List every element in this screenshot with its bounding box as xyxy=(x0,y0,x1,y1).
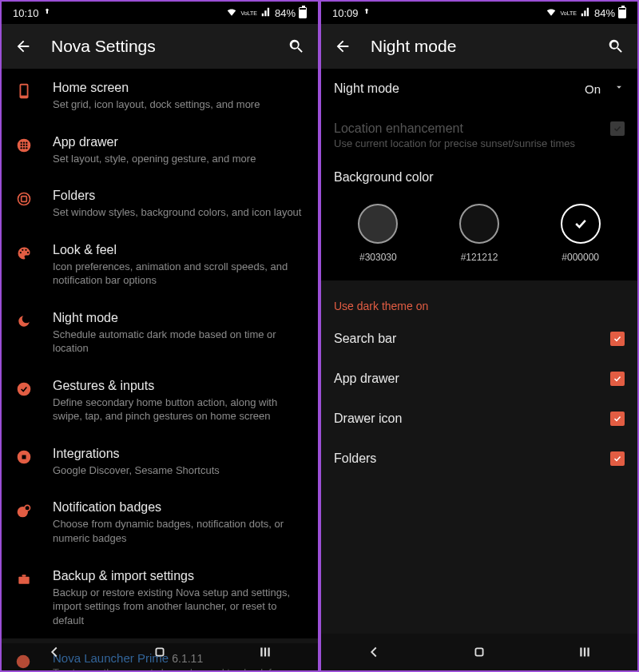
battery-pct: 84% xyxy=(594,7,615,19)
signal-icon xyxy=(580,6,591,20)
svg-point-15 xyxy=(22,249,23,250)
pref-background-color: Background color xyxy=(321,162,637,197)
svg-point-4 xyxy=(23,141,25,143)
volte-icon: VoLTE xyxy=(240,10,257,16)
pref-integrations[interactable]: Integrations Google Discover, Sesame Sho… xyxy=(2,435,318,489)
pref-night-mode[interactable]: Night mode Schedule automatic dark mode … xyxy=(2,299,318,367)
back-button[interactable] xyxy=(14,38,32,55)
battery-icon xyxy=(299,7,307,18)
svg-point-16 xyxy=(25,249,26,250)
pref-look-and-feel[interactable]: Look & feel Icon preferences, animation … xyxy=(2,231,318,299)
checkbox-checked[interactable] xyxy=(610,372,625,386)
toggle-drawer-icon[interactable]: Drawer icon xyxy=(321,399,637,439)
search-button[interactable] xyxy=(288,38,305,55)
pref-title: Look & feel xyxy=(53,242,305,258)
nav-home[interactable] xyxy=(470,643,488,661)
gestures-icon xyxy=(14,380,34,399)
screen-night-mode: 10:09 VoLTE 84% Night mode xyxy=(321,2,637,670)
svg-point-21 xyxy=(25,506,30,511)
status-time: 10:09 xyxy=(332,7,359,19)
back-button[interactable] xyxy=(334,38,351,55)
svg-point-14 xyxy=(20,252,22,253)
wifi-icon xyxy=(226,6,237,20)
pref-sub: Google Discover, Sesame Shortcuts xyxy=(53,463,305,478)
moon-icon xyxy=(14,312,34,331)
svg-point-7 xyxy=(23,144,25,145)
svg-point-18 xyxy=(18,382,31,396)
pref-label: Location enhancement xyxy=(334,121,601,136)
nav-bar xyxy=(2,634,318,670)
svg-point-6 xyxy=(21,144,22,145)
pref-sub: Set layout, style, opening gesture, and … xyxy=(53,152,305,166)
battery-icon xyxy=(618,7,626,18)
status-bar: 10:09 VoLTE 84% xyxy=(321,2,637,24)
toggle-label: App drawer xyxy=(334,372,601,386)
appbar: Night mode xyxy=(321,24,637,69)
pref-title: Backup & import settings xyxy=(53,568,305,584)
pref-title: App drawer xyxy=(53,134,305,150)
signal-icon xyxy=(260,6,272,20)
appbar-title: Night mode xyxy=(371,37,588,56)
nav-back[interactable] xyxy=(365,643,383,661)
pref-sub: Use current location for precise sunset/… xyxy=(334,137,601,149)
svg-point-17 xyxy=(27,252,29,253)
pref-sub: Set grid, icon layout, dock settings, an… xyxy=(53,97,305,112)
svg-point-11 xyxy=(26,147,27,149)
pref-title: Notification badges xyxy=(53,499,305,515)
nav-back[interactable] xyxy=(46,643,63,661)
app-drawer-icon xyxy=(14,136,34,155)
color-hex: #000000 xyxy=(562,252,599,263)
pref-app-drawer[interactable]: App drawer Set layout, style, opening ge… xyxy=(2,123,318,177)
svg-rect-26 xyxy=(475,648,482,655)
pref-notification-badges[interactable]: Notification badges Choose from dynamic … xyxy=(2,488,318,556)
pref-night-mode-toggle[interactable]: Night mode On xyxy=(321,69,637,109)
toggle-folders[interactable]: Folders xyxy=(321,439,637,479)
color-option-121212[interactable]: #121212 xyxy=(459,204,499,263)
checkbox-checked[interactable] xyxy=(610,332,625,346)
pref-sub: Schedule automatic dark mode based on ti… xyxy=(53,328,305,356)
svg-point-3 xyxy=(21,141,22,143)
battery-pct: 84% xyxy=(275,7,296,19)
toggle-app-drawer[interactable]: App drawer xyxy=(321,359,637,399)
svg-rect-22 xyxy=(18,576,29,583)
pref-location-enhancement: Location enhancement Use current locatio… xyxy=(321,109,637,162)
appbar-title: Nova Settings xyxy=(51,37,268,56)
toggle-search-bar[interactable]: Search bar xyxy=(321,319,637,359)
svg-rect-13 xyxy=(22,197,27,202)
pref-sub: Set window styles, background colors, an… xyxy=(53,205,305,220)
search-button[interactable] xyxy=(607,38,625,55)
svg-point-12 xyxy=(18,193,30,205)
color-option-303030[interactable]: #303030 xyxy=(358,204,398,263)
pref-title: Integrations xyxy=(53,446,305,462)
pref-home-screen[interactable]: Home screen Set grid, icon layout, dock … xyxy=(2,69,318,123)
toggle-label: Search bar xyxy=(334,332,601,346)
palette-icon xyxy=(14,244,34,263)
upload-icon xyxy=(42,7,52,19)
color-option-000000[interactable]: #000000 xyxy=(561,204,601,263)
pref-title: Gestures & inputs xyxy=(53,378,305,394)
pref-backup[interactable]: Backup & import settings Backup or resto… xyxy=(2,557,318,639)
volte-icon: VoLTE xyxy=(560,10,577,16)
appbar: Nova Settings xyxy=(2,24,318,69)
puzzle-icon xyxy=(14,447,34,467)
checkbox-checked[interactable] xyxy=(610,412,625,426)
checkbox-checked[interactable] xyxy=(610,451,625,466)
toggle-label: Drawer icon xyxy=(334,412,601,426)
nav-recent[interactable] xyxy=(576,643,593,661)
pref-title: Night mode xyxy=(53,310,305,326)
pref-value: On xyxy=(585,82,601,96)
pref-title: Folders xyxy=(53,188,305,204)
pref-folders[interactable]: Folders Set window styles, background co… xyxy=(2,177,318,231)
status-bar: 10:10 VoLTE 84% xyxy=(2,2,318,24)
pref-sub: Backup or restore existing Nova setup an… xyxy=(53,586,305,628)
status-time: 10:10 xyxy=(13,7,39,19)
checkbox xyxy=(610,121,625,136)
pref-title: Home screen xyxy=(53,80,305,96)
svg-point-9 xyxy=(21,147,22,149)
pref-gestures[interactable]: Gestures & inputs Define secondary home … xyxy=(2,367,318,435)
nav-home[interactable] xyxy=(151,643,169,661)
nav-bar xyxy=(321,634,637,670)
dropdown-icon xyxy=(613,82,625,96)
wifi-icon xyxy=(546,6,557,20)
nav-recent[interactable] xyxy=(256,643,274,661)
